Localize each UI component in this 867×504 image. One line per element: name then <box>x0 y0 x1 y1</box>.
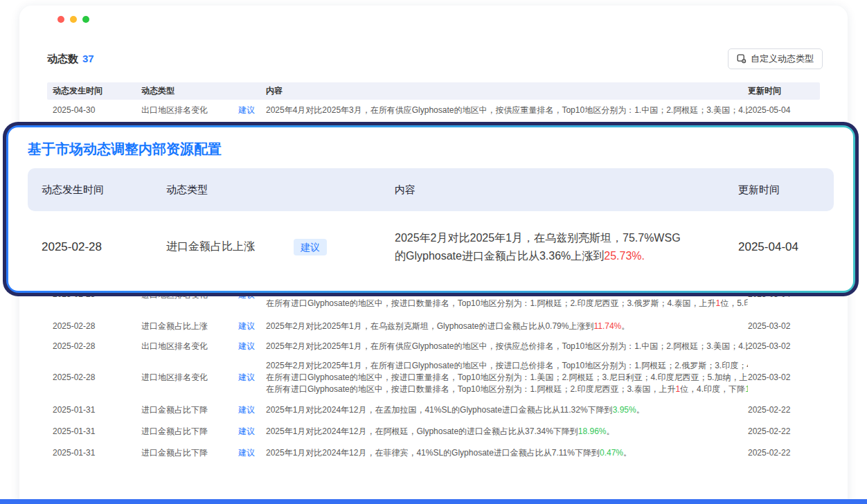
callout-col-type: 动态类型 <box>166 183 395 197</box>
content-segment: 2025年2月对比2025年1月，在乌兹别克斯坦，Glyphosate的进口金额… <box>266 321 593 331</box>
row-type: 进口金额占比下降 建议 <box>141 426 266 438</box>
row-date: 2025-02-28 <box>53 341 141 351</box>
row-content: 2025年2月对比2025年1月，在乌兹别克斯坦，Glyphosate的进口金额… <box>266 321 748 332</box>
row-date: 2025-02-28 <box>53 372 141 382</box>
row-type-label: 出口地区排名变化 <box>141 341 208 352</box>
maximize-window-icon[interactable] <box>82 16 89 23</box>
minimize-window-icon[interactable] <box>70 16 77 23</box>
customize-dynamic-type-button[interactable]: 自定义动态类型 <box>728 48 823 69</box>
row-content: 2025年4月对比2025年3月，在所有供应Glyphosate的地区中，按供应… <box>266 105 748 116</box>
table-row[interactable]: 2025-02-28 进口地区排名变化 建议 2025年2月对比2025年1月，… <box>47 356 820 399</box>
content-segment: 位，4.印度，下降 <box>680 384 745 394</box>
col-header-updated: 更新时间 <box>748 85 814 97</box>
content-segment: 18.96% <box>578 426 607 436</box>
table-row[interactable]: 2025-01-31 进口金额占比下降 建议 2025年1月对比2024年12月… <box>47 399 820 421</box>
suggestion-tag[interactable]: 建议 <box>238 341 255 352</box>
table-row[interactable]: 2025-02-28 出口地区排名变化 建议 2025年2月对比2025年1月，… <box>47 336 820 356</box>
table-row[interactable]: 2025-01-31 进口金额占比下降 建议 2025年1月对比2024年12月… <box>47 442 820 464</box>
content-segment: 。 <box>607 426 615 436</box>
content-segment: 0.47% <box>600 448 623 458</box>
row-date: 2025-01-31 <box>53 405 141 415</box>
table-row[interactable]: 2025-01-31 进口金额占比下降 建议 2025年1月对比2024年12月… <box>47 421 820 442</box>
row-type-label: 进口金额占比下降 <box>141 404 208 416</box>
content-segment: 11.74% <box>593 321 621 331</box>
dynamics-count: 动态数37 <box>47 53 94 66</box>
suggestion-tag[interactable]: 建议 <box>238 426 255 438</box>
callout-col-date: 动态发生时间 <box>42 183 166 197</box>
callout-table-header: 动态发生时间 动态类型 内容 更新时间 <box>28 168 834 211</box>
row-type: 进口地区排名变化 建议 <box>141 372 266 384</box>
row-date: 2025-02-28 <box>53 321 141 331</box>
col-header-type: 动态类型 <box>141 85 266 97</box>
content-segment: 2025年1月对比2024年12月，在孟加拉国，41%SL的Glyphosate… <box>266 405 613 415</box>
suggestion-tag[interactable]: 建议 <box>238 372 255 384</box>
callout-row-type: 进口金额占比上涨 建议 <box>166 239 395 255</box>
content-segment: 1 <box>745 384 748 394</box>
row-type-label: 进口地区排名变化 <box>141 372 208 384</box>
customize-type-icon <box>737 54 747 64</box>
row-updated: 2025-02-22 <box>748 405 814 415</box>
content-segment: 。 <box>636 405 645 415</box>
callout-row-date: 2025-02-28 <box>42 240 166 254</box>
row-content: 2025年1月对比2024年12月，在孟加拉国，41%SL的Glyphosate… <box>266 404 748 416</box>
table-row[interactable]: 2025-02-28 进口金额占比上涨 建议 2025年2月对比2025年1月，… <box>47 316 820 336</box>
content-segment: 2025年4月对比2025年3月，在所有供应Glyphosate的地区中，按供应… <box>266 105 748 115</box>
suggestion-tag[interactable]: 建议 <box>238 447 255 459</box>
row-type: 进口金额占比上涨 建议 <box>141 321 266 332</box>
table-header: 动态发生时间 动态类型 内容 更新时间 <box>47 82 820 100</box>
row-type-label: 进口金额占比下降 <box>141 426 208 438</box>
row-type-label: 进口金额占比上涨 <box>141 321 208 332</box>
dynamics-count-value: 37 <box>82 53 94 64</box>
suggestion-tag[interactable]: 建议 <box>238 404 255 416</box>
content-segment: 。 <box>621 321 629 331</box>
callout-row-updated: 2025-04-04 <box>738 240 820 254</box>
row-updated: 2025-02-22 <box>748 448 814 458</box>
row-content: 2025年1月对比2024年12月，在阿根廷，Glyphosate的进口金额占比… <box>266 426 748 438</box>
suggestion-tag[interactable]: 建议 <box>294 239 327 255</box>
row-content: 2025年2月对比2025年1月，在所有供应Glyphosate的地区中，按供应… <box>266 341 748 352</box>
row-date: 2025-04-30 <box>53 105 141 115</box>
callout-col-content: 内容 <box>395 183 738 197</box>
row-updated: 2025-02-22 <box>748 426 814 436</box>
callout-row-content: 2025年2月对比2025年1月，在乌兹别亮斯坦，75.7%WSG 的Glyph… <box>395 229 738 265</box>
content-segment: 。 <box>623 448 632 458</box>
row-type: 进口金额占比下降 建议 <box>141 404 266 416</box>
table-row[interactable]: 2025-04-30 出口地区排名变化 建议 2025年4月对比2025年3月，… <box>47 100 820 120</box>
content-segment: 2025年2月对比2025年1月，在所有供应Glyphosate的地区中，按供应… <box>266 341 748 351</box>
dynamics-count-label: 动态数 <box>47 53 78 64</box>
callout-title: 基于市场动态调整内部资源配置 <box>28 140 834 159</box>
row-updated: 2025-05-04 <box>748 105 814 115</box>
row-date: 2025-01-31 <box>53 426 141 436</box>
content-segment: 2025年1月对比2024年12月，在菲律宾，41%SL的Glyphosate进… <box>266 448 600 458</box>
row-content: 在所有进口Glyphosate的地区中，按进口数量排名，Top10地区分别为：1… <box>266 298 748 309</box>
row-type: 出口地区排名变化 建议 <box>141 341 266 352</box>
suggestion-tag[interactable]: 建议 <box>238 321 255 332</box>
content-segment: 2025年2月对比2025年1月，在所有进口Glyphosate的地区中，按进口… <box>266 361 748 370</box>
callout-col-updated: 更新时间 <box>738 183 820 197</box>
row-type: 出口地区排名变化 建议 <box>141 105 266 116</box>
col-header-date: 动态发生时间 <box>53 85 141 97</box>
row-updated: 2025-03-02 <box>748 372 814 382</box>
row-type: 进口金额占比下降 建议 <box>141 447 266 459</box>
content-segment: 在所有进口Glyphosate的地区中，按进口数量排名，Top10地区分别为：1… <box>266 298 715 308</box>
suggestion-tag[interactable]: 建议 <box>238 105 255 116</box>
highlight-callout: 基于市场动态调整内部资源配置 动态发生时间 动态类型 内容 更新时间 2025-… <box>3 122 859 296</box>
close-window-icon[interactable] <box>57 16 64 23</box>
window-titlebar <box>19 6 848 23</box>
row-updated: 2025-03-02 <box>748 341 814 351</box>
row-updated: 2025-03-02 <box>748 321 814 331</box>
callout-row[interactable]: 2025-02-28 进口金额占比上涨 建议 2025年2月对比2025年1月，… <box>28 211 834 282</box>
callout-panel: 基于市场动态调整内部资源配置 动态发生时间 动态类型 内容 更新时间 2025-… <box>8 127 853 291</box>
callout-gradient-border: 基于市场动态调整内部资源配置 动态发生时间 动态类型 内容 更新时间 2025-… <box>6 125 855 293</box>
row-type-label: 出口地区排名变化 <box>141 105 208 116</box>
content-segment: 在所有进口Glyphosate的地区中，按进口重量排名，Top10地区分别为：1… <box>266 372 748 382</box>
col-header-content: 内容 <box>266 85 748 97</box>
content-segment: 在所有进口Glyphosate的地区中，按进口数量排名，Top10地区分别为：1… <box>266 384 675 394</box>
content-segment: 3.95% <box>613 405 636 415</box>
customize-button-label: 自定义动态类型 <box>751 53 814 65</box>
row-content: 2025年2月对比2025年1月，在所有进口Glyphosate的地区中，按进口… <box>266 360 748 395</box>
row-date: 2025-01-31 <box>53 448 141 458</box>
callout-type-label: 进口金额占比上涨 <box>166 240 255 254</box>
page-bottom-accent-bar <box>0 499 867 504</box>
content-highlight: 25.73%. <box>604 250 645 262</box>
